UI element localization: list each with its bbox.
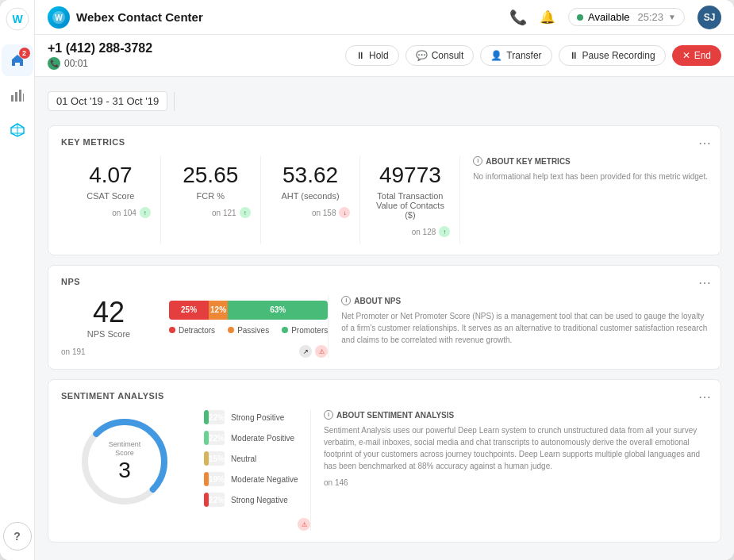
hold-button[interactable]: ⏸ Hold (345, 45, 399, 66)
sidebar-item-home[interactable]: 2 (2, 44, 33, 76)
strong-negative-bar-fill: 22% (204, 493, 209, 507)
analytics-icon (10, 87, 25, 103)
nps-about: i ABOUT NPS Net Promoter or Net Promoter… (328, 296, 708, 358)
help-button[interactable]: ? (3, 522, 32, 550)
legend-detractors: Detractors (169, 326, 215, 335)
header-logo: W (48, 6, 70, 29)
aht-label: AHT (seconds) (271, 191, 351, 201)
nps-main: 42 NPS Score 25% 12% 63% (61, 296, 328, 358)
ttv-label: Total Transaction Value of Contacts ($) (370, 191, 450, 220)
aht-footer: on 158 ↓ (271, 207, 351, 218)
sentiment-more-button[interactable]: ⋯ (698, 389, 711, 405)
pause-recording-button[interactable]: ⏸ Pause Recording (559, 45, 666, 66)
svg-text:W: W (12, 13, 23, 25)
aht-metric: 53.62 AHT (seconds) on 158 ↓ (261, 156, 361, 244)
key-metrics-title: KEY METRICS (61, 137, 708, 147)
sentiment-moderate-negative-row: 19% Moderate Negative (204, 472, 310, 486)
chevron-down-icon: ▼ (668, 13, 676, 21)
legend-passives: Passives (228, 326, 269, 335)
home-badge: 2 (19, 48, 30, 59)
nps-about-text: Net Promoter or Net Promoter Score (NPS)… (341, 310, 708, 346)
nps-more-button[interactable]: ⋯ (698, 275, 711, 290)
passives-dot (228, 327, 234, 333)
status-timer: 25:23 (638, 11, 664, 23)
status-dot (577, 14, 583, 21)
header-title: Webex Contact Center (76, 10, 203, 24)
nps-chart-area: 42 NPS Score 25% 12% 63% (61, 296, 328, 339)
aht-trend: ↓ (339, 207, 350, 218)
sentiment-neutral-row: 15% Neutral (204, 451, 310, 466)
svg-rect-5 (19, 90, 21, 102)
sidebar-item-apps[interactable] (2, 114, 33, 146)
call-actions: ⏸ Hold 💬 Consult 👤 Transfer ⏸ Pause Reco… (345, 45, 721, 66)
nps-footer: on 191 ↗ ⚠ (61, 345, 328, 358)
sentiment-about-text: Sentiment Analysis uses our powerful Dee… (324, 424, 708, 472)
sidebar-item-analytics[interactable] (2, 79, 33, 111)
strong-negative-pct: 22% (209, 496, 225, 504)
nps-footer-icons: ↗ ⚠ (299, 345, 328, 358)
strong-positive-pct: 22% (209, 413, 225, 422)
fcr-footer: on 121 ↑ (171, 207, 251, 218)
key-metrics-more-button[interactable]: ⋯ (698, 136, 711, 151)
call-info: +1 (412) 288-3782 📞 00:01 (48, 41, 152, 70)
phone-icon[interactable]: 📞 (509, 9, 527, 26)
sentiment-strong-negative-row: 22% Strong Negative (204, 493, 310, 507)
svg-rect-4 (15, 92, 17, 102)
sentiment-widget: SENTIMENT ANALYSIS ⋯ (48, 379, 721, 543)
strong-positive-label: Strong Positive (231, 413, 310, 422)
date-filter-row: 01 Oct '19 - 31 Oct '19 (48, 86, 721, 116)
main-content: W Webex Contact Center 📞 🔔 Available 25:… (35, 0, 734, 560)
svg-text:W: W (55, 13, 63, 22)
fcr-label: FCR % (171, 191, 251, 201)
sidebar: W 2 ? (0, 0, 35, 560)
nps-passives-bar: 12% (209, 301, 228, 320)
nps-footer-left: on 191 (61, 347, 86, 356)
bell-icon[interactable]: 🔔 (540, 10, 555, 25)
csat-trend: ↑ (140, 207, 151, 218)
strong-positive-bar-fill: 22% (204, 410, 209, 424)
nps-title: NPS (61, 277, 708, 286)
consult-button[interactable]: 💬 Consult (405, 45, 475, 66)
csat-label: CSAT Score (71, 191, 151, 201)
moderate-positive-pct: 22% (209, 434, 225, 443)
gauge-value: 3 (99, 458, 151, 483)
date-filter-input[interactable]: 01 Oct '19 - 31 Oct '19 (48, 91, 167, 111)
sentiment-gauge: Sentiment Score 3 (61, 410, 188, 513)
ttv-trend: ↑ (439, 226, 450, 237)
neutral-pct: 15% (209, 455, 225, 463)
transfer-button[interactable]: 👤 Transfer (480, 45, 551, 66)
sentiment-footer: ⚠ (61, 518, 310, 531)
promoters-dot (282, 327, 288, 333)
neutral-bar-bg: 15% (204, 451, 225, 466)
sentiment-main: Sentiment Score 3 22 (61, 410, 310, 531)
sentiment-strong-positive-row: 22% Strong Positive (204, 410, 310, 424)
sentiment-about-footer: on 146 (324, 478, 708, 487)
nps-alert-icon[interactable]: ⚠ (315, 345, 328, 358)
nps-score-section: 42 NPS Score (61, 296, 156, 339)
sentiment-moderate-positive-row: 22% Moderate Positive (204, 431, 310, 445)
status-badge[interactable]: Available 25:23 ▼ (568, 8, 685, 26)
date-divider (174, 92, 175, 111)
strong-negative-bar-bg: 22% (204, 493, 225, 507)
user-avatar[interactable]: SJ (697, 6, 721, 29)
sentiment-title: SENTIMENT ANALYSIS (61, 391, 708, 401)
call-bar: +1 (412) 288-3782 📞 00:01 ⏸ Hold 💬 Consu… (35, 35, 734, 77)
key-metrics-about-title: i ABOUT KEY METRICS (473, 156, 708, 166)
strong-positive-bar-bg: 22% (204, 410, 225, 424)
detractors-label: Detractors (179, 326, 215, 335)
call-number: +1 (412) 288-3782 (48, 41, 152, 56)
sentiment-alert-icon[interactable]: ⚠ (298, 518, 310, 531)
gauge-label: Sentiment Score (99, 440, 151, 458)
fcr-value: 25.65 (171, 163, 251, 188)
sidebar-bottom: ? (3, 522, 32, 560)
moderate-negative-bar-fill: 19% (204, 472, 209, 486)
gauge-container: Sentiment Score 3 (73, 410, 176, 513)
sentiment-info-icon: i (324, 410, 333, 420)
ttv-value: 49773 (370, 163, 450, 188)
sentiment-bars: 22% Strong Positive 22% (204, 410, 310, 513)
moderate-positive-bar-fill: 22% (204, 431, 209, 445)
end-call-button[interactable]: ✕ End (672, 45, 721, 66)
call-timer-row: 📞 00:01 (48, 57, 152, 70)
sentiment-footer-icons: ⚠ (298, 518, 310, 531)
nps-expand-icon[interactable]: ↗ (299, 345, 312, 358)
